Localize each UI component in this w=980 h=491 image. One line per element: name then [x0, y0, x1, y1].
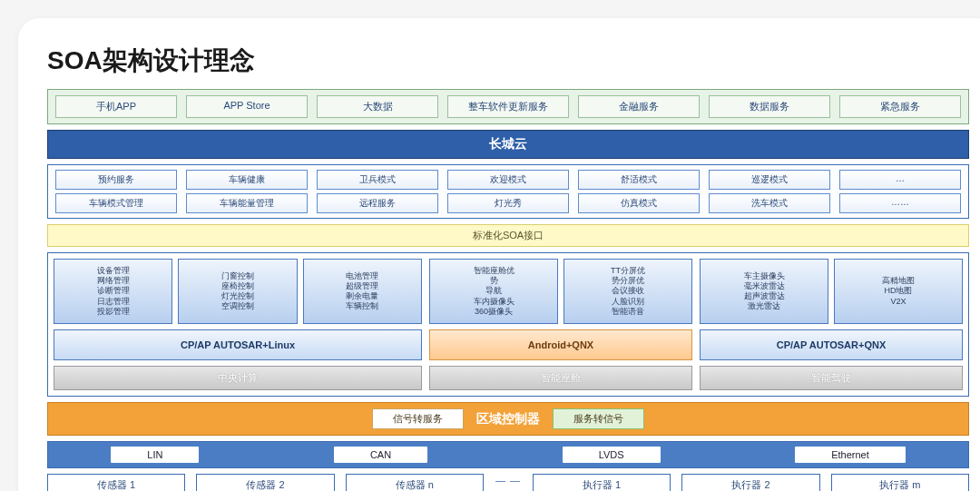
soa-interface-bar: 标准化SOA接口 [47, 224, 969, 247]
svc-cell: 车辆能量管理 [186, 193, 308, 213]
os-block: Android+QNX [429, 329, 692, 360]
svc-cell: …… [839, 193, 961, 213]
svc-cell: 车辆模式管理 [55, 193, 177, 213]
hw-block: 智能驾驶 [700, 366, 963, 390]
bus-chip: LVDS [563, 447, 661, 463]
hw-block: 智能座舱 [429, 366, 692, 390]
zone-chip-left: 信号转服务 [372, 408, 464, 429]
zone-center: 区域控制器 [476, 411, 540, 427]
page-title: SOA架构设计理念 [47, 44, 969, 78]
sensor-cell: 传感器 1 [47, 474, 185, 491]
os-block: CP/AP AUTOSAR+Linux [54, 329, 422, 360]
sensor-cell: 传感器 n [346, 474, 484, 491]
diagram-canvas: SOA架构设计理念 手机APP APP Store 大数据 整车软件更新服务 金… [18, 18, 980, 491]
ext-svc: 数据服务 [709, 95, 830, 118]
ext-svc: APP Store [186, 95, 308, 118]
ext-svc: 紧急服务 [839, 95, 961, 118]
ext-svc: 整车软件更新服务 [447, 95, 569, 118]
module-block: 车主摄像头 毫米波雷达 超声波雷达 激光雷达 [700, 259, 828, 324]
compute-modules: 设备管理 网络管理 诊断管理 日志管理 投影管理 门窗控制 座椅控制 灯光控制 … [47, 252, 969, 397]
actuator-cell: 执行器 m [831, 474, 969, 491]
svc-cell: 洗车模式 [709, 193, 830, 213]
svc-cell: 车辆健康 [186, 170, 308, 190]
ext-svc: 大数据 [317, 95, 438, 118]
cloud-bar: 长城云 [47, 130, 969, 159]
bus-chip: CAN [334, 447, 427, 463]
bus-row: LIN CAN LVDS Ethernet [47, 441, 969, 468]
ext-svc: 手机APP [55, 95, 177, 118]
zone-chip-right: 服务转信号 [553, 408, 644, 429]
external-services-row: 手机APP APP Store 大数据 整车软件更新服务 金融服务 数据服务 紧… [47, 89, 969, 124]
actuator-cell: 执行器 1 [533, 474, 671, 491]
ext-svc: 金融服务 [578, 95, 700, 118]
svc-cell: 预约服务 [55, 170, 177, 190]
device-row: 传感器 1 传感器 2 传感器 n — — — 执行器 1 执行器 2 执行器 … [47, 474, 969, 491]
ellipsis-icon: — — — [495, 475, 522, 492]
hw-block: 中央计算 [54, 366, 422, 390]
module-block: 高精地图 HD地图 V2X [834, 259, 963, 324]
actuator-cell: 执行器 2 [681, 474, 819, 491]
svc-cell: 灯光秀 [447, 193, 569, 213]
sensor-cell: 传感器 2 [196, 474, 334, 491]
bus-chip: Ethernet [795, 447, 906, 463]
module-block: 电池管理 超级管理 剩余电量 车辆控制 [303, 259, 422, 324]
svc-cell: 卫兵模式 [317, 170, 438, 190]
module-block: 设备管理 网络管理 诊断管理 日志管理 投影管理 [54, 259, 172, 324]
module-block: 门窗控制 座椅控制 灯光控制 空调控制 [178, 259, 297, 324]
svc-cell: 仿真模式 [578, 193, 700, 213]
module-block: 智能座舱优 势 导航 车内摄像头 360摄像头 [429, 259, 558, 324]
bus-chip: LIN [111, 447, 199, 463]
zone-controller-bar: 信号转服务 区域控制器 服务转信号 [47, 402, 969, 436]
svc-cell: 欢迎模式 [447, 170, 569, 190]
svc-cell: 舒适模式 [578, 170, 700, 190]
module-block: TT分屏优 势分屏优 会议接收 人脸识别 智能语音 [564, 259, 692, 324]
os-block: CP/AP AUTOSAR+QNX [700, 329, 963, 360]
svc-cell: 巡逻模式 [709, 170, 830, 190]
service-grid: 预约服务 车辆健康 卫兵模式 欢迎模式 舒适模式 巡逻模式 … 车辆模式管理 车… [47, 164, 969, 219]
svc-cell: 远程服务 [317, 193, 438, 213]
svc-cell: … [839, 170, 961, 190]
